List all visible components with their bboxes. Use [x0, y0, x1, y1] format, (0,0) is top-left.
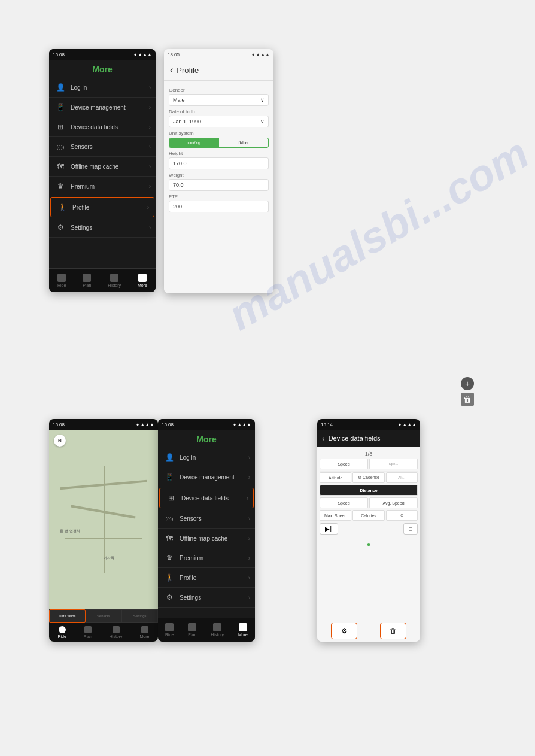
time-1: 15:08 — [53, 52, 65, 57]
tab-plan-label-4: Plan — [188, 633, 196, 637]
history-icon-4 — [213, 623, 221, 631]
menu-label-settings: Settings — [71, 224, 92, 231]
menu-item-premium[interactable]: ♛ Premium › — [49, 177, 156, 196]
tab-ride-3[interactable]: Ride — [57, 626, 66, 639]
add-icon[interactable]: + — [461, 377, 474, 390]
ddf-calories[interactable]: Calories — [352, 510, 384, 521]
more-icon-4 — [239, 623, 247, 631]
weight-input[interactable]: 70.0 — [169, 179, 269, 191]
ddf-distance[interactable]: Distance — [320, 485, 418, 496]
map-view[interactable]: N 한 번 연결하 이사목 — [49, 430, 158, 609]
menu-item-profile[interactable]: 🚶 Profile › — [50, 197, 154, 217]
settings-icon-4: ⚙ — [164, 592, 175, 603]
ddf-avgspeed[interactable]: Avg. Speed — [369, 497, 418, 508]
ddf-altitude[interactable]: Altitude — [320, 472, 351, 483]
unit-ftlbs[interactable]: ft/lbs — [219, 138, 269, 147]
ddf-speed-right[interactable]: Spe... — [369, 459, 418, 469]
ddf-alt-right[interactable]: Alt... — [386, 472, 418, 483]
arrow-icon-3: › — [149, 124, 151, 130]
tab-history-label-1: History — [108, 283, 121, 287]
ftp-label: FTP — [169, 194, 269, 199]
tab-plan-label-3: Plan — [84, 634, 92, 639]
ddf-maxspeed[interactable]: Max. Speed — [320, 510, 351, 521]
tab-more-1[interactable]: More — [138, 274, 147, 287]
back-button[interactable]: ‹ — [170, 65, 173, 75]
unit-toggle[interactable]: cm/kg ft/lbs — [169, 138, 269, 148]
ride-icon-1 — [57, 274, 66, 282]
map-top-tabs: Data fields Sensors Settings — [49, 609, 158, 623]
menu-item-login[interactable]: 👤 Log in › — [49, 78, 156, 98]
menu-item-profile-4[interactable]: 🚶 Profile › — [158, 568, 255, 588]
menu-label-settings-4: Settings — [180, 594, 201, 601]
tab-more-4[interactable]: More — [238, 623, 248, 637]
tab-datafields-map[interactable]: Data fields — [49, 609, 86, 623]
menu-label-login: Log in — [71, 84, 87, 91]
menu-label-offline-map: Offline map cache — [71, 163, 118, 170]
arrow-icon-5: › — [149, 163, 151, 170]
menu-item-login-4[interactable]: 👤 Log in › — [158, 448, 255, 467]
arrow-icon: › — [149, 84, 151, 91]
menu-item-devmgmt-4[interactable]: 📱 Device management › — [158, 467, 255, 487]
time-5: 15:14 — [321, 422, 333, 427]
ddf-stop-btn[interactable]: □ — [403, 523, 418, 535]
trash-icon[interactable]: 🗑 — [461, 393, 474, 406]
unit-cmkg[interactable]: cm/kg — [169, 138, 219, 147]
status-icons-2: ♦ ▲▲▲ — [252, 52, 270, 57]
menu-item-datafields-4[interactable]: ⊞ Device data fields › — [159, 488, 254, 508]
tab-more-3[interactable]: More — [140, 626, 150, 639]
menu-item-offline-map[interactable]: 🗺 Offline map cache › — [49, 157, 156, 177]
menu-item-offlinemap-4[interactable]: 🗺 Offline map cache › — [158, 529, 255, 548]
phone-device-data-fields: 15:14 ♦ ▲▲▲ ‹ Device data fields 1/3 Spe… — [317, 419, 420, 642]
menu-item-data-fields[interactable]: ⊞ Device data fields › — [49, 117, 156, 137]
ddf-settings-btn[interactable]: ⚙ — [331, 623, 357, 639]
menu-item-sensors[interactable]: ((·)) Sensors › — [49, 137, 156, 157]
menu-item-device-mgmt[interactable]: 📱 Device management › — [49, 98, 156, 117]
ddf-speed2[interactable]: Speed — [320, 497, 368, 508]
ride-icon-3 — [59, 626, 66, 633]
dob-input[interactable]: Jan 1, 1990 ∨ — [169, 116, 269, 127]
arrow-4-1: › — [248, 474, 250, 481]
tab-history-label-4: History — [211, 633, 224, 637]
ftp-input[interactable]: 200 — [169, 201, 269, 212]
tab-plan-3[interactable]: Plan — [84, 626, 92, 639]
menu-item-premium-4[interactable]: ♛ Premium › — [158, 548, 255, 568]
ddf-back-button[interactable]: ‹ — [322, 433, 325, 443]
ddf-indicator: ● — [320, 538, 418, 549]
tab-history-3[interactable]: History — [110, 626, 123, 639]
tab-ride-label-1: Ride — [57, 283, 66, 287]
history-icon-1 — [110, 274, 118, 282]
gender-label: Gender — [169, 87, 269, 93]
tab-ride-4[interactable]: Ride — [165, 623, 174, 637]
ddf-play-btn[interactable]: ▶‖ — [320, 523, 338, 535]
tab-plan-1[interactable]: Plan — [83, 274, 91, 287]
menu-item-settings[interactable]: ⚙ Settings › — [49, 218, 156, 238]
tab-sensors-map[interactable]: Sensors — [86, 609, 122, 623]
ddf-speed[interactable]: Speed — [320, 459, 368, 469]
ddf-c-right[interactable]: C — [386, 510, 418, 521]
menu-item-settings-4[interactable]: ⚙ Settings › — [158, 588, 255, 608]
tab-history-4[interactable]: History — [211, 623, 224, 637]
phone-map: 15:08 ♦ ▲▲▲ N 한 번 연결하 이사목 Data fields Se… — [49, 419, 158, 642]
settings-icon: ⚙ — [55, 222, 66, 233]
plan-icon-3 — [84, 626, 92, 633]
ddf-trash-btn[interactable]: 🗑 — [380, 623, 406, 639]
status-icons-3: ♦ ▲▲▲ — [136, 422, 154, 427]
more-icon-1 — [138, 274, 147, 282]
gender-input[interactable]: Male ∨ — [169, 94, 269, 106]
menu-item-sensors-4[interactable]: ((·)) Sensors › — [158, 509, 255, 529]
height-input[interactable]: 170.0 — [169, 157, 269, 169]
ddf-row-4: Speed Avg. Speed — [320, 497, 418, 508]
tab-ride-1[interactable]: Ride — [57, 274, 66, 287]
ride-icon-4 — [165, 623, 174, 631]
ddf-title: Device data fields — [329, 435, 381, 442]
time-4: 15:08 — [162, 422, 174, 427]
tab-plan-4[interactable]: Plan — [188, 623, 196, 637]
ddf-cadence[interactable]: ⚙ Cadence — [352, 472, 384, 483]
status-icons-1: ♦ ▲▲▲ — [134, 52, 152, 57]
status-bar-1: 15:08 ♦ ▲▲▲ — [49, 49, 156, 60]
time-2: 18:05 — [168, 52, 180, 57]
tab-history-1[interactable]: History — [108, 274, 121, 287]
dob-label: Date of birth — [169, 109, 269, 114]
tab-settings-map[interactable]: Settings — [121, 609, 158, 623]
ddf-row-3: Distance — [320, 485, 418, 496]
